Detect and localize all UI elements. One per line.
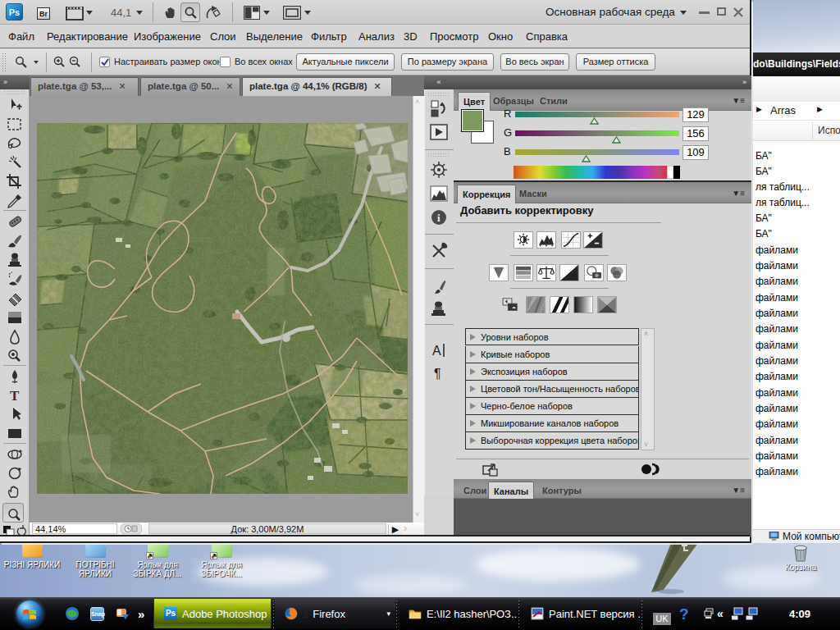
svg-text:A: A xyxy=(432,344,441,358)
svg-text:T: T xyxy=(10,388,20,404)
svg-text:i: i xyxy=(437,212,441,224)
svg-text:¶: ¶ xyxy=(434,367,441,381)
